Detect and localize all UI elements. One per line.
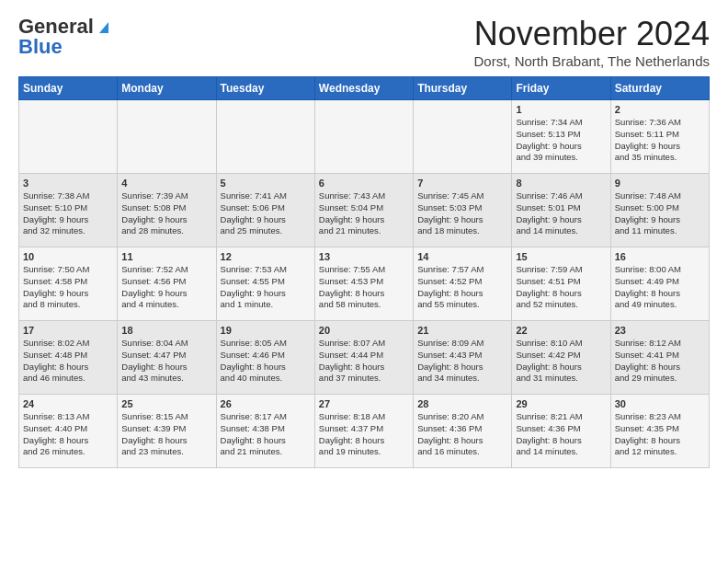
calendar-table: SundayMondayTuesdayWednesdayThursdayFrid…: [18, 76, 710, 468]
day-number: 2: [615, 104, 705, 115]
day-info: Sunrise: 7:55 AM Sunset: 4:53 PM Dayligh…: [319, 264, 409, 311]
day-number: 3: [23, 178, 113, 189]
title-section: November 2024 Dorst, North Brabant, The …: [473, 15, 710, 69]
weekday-header-wednesday: Wednesday: [314, 77, 413, 100]
day-info: Sunrise: 7:46 AM Sunset: 5:01 PM Dayligh…: [516, 190, 606, 237]
calendar-cell: 4Sunrise: 7:39 AM Sunset: 5:08 PM Daylig…: [118, 174, 216, 247]
day-info: Sunrise: 7:48 AM Sunset: 5:00 PM Dayligh…: [615, 190, 705, 237]
day-info: Sunrise: 7:45 AM Sunset: 5:03 PM Dayligh…: [417, 190, 507, 237]
calendar-cell: 3Sunrise: 7:38 AM Sunset: 5:10 PM Daylig…: [19, 174, 118, 247]
calendar-cell: 19Sunrise: 8:05 AM Sunset: 4:46 PM Dayli…: [216, 321, 314, 395]
calendar-cell: 15Sunrise: 7:59 AM Sunset: 4:51 PM Dayli…: [512, 247, 610, 321]
weekday-header-saturday: Saturday: [610, 77, 709, 100]
calendar-cell: 30Sunrise: 8:23 AM Sunset: 4:35 PM Dayli…: [610, 395, 709, 468]
weekday-header-thursday: Thursday: [414, 77, 512, 100]
calendar-cell: 13Sunrise: 7:55 AM Sunset: 4:53 PM Dayli…: [314, 247, 413, 321]
calendar-cell: 7Sunrise: 7:45 AM Sunset: 5:03 PM Daylig…: [414, 174, 512, 247]
day-number: 7: [417, 178, 507, 189]
calendar-cell: 22Sunrise: 8:10 AM Sunset: 4:42 PM Dayli…: [512, 321, 610, 395]
day-info: Sunrise: 7:57 AM Sunset: 4:52 PM Dayligh…: [417, 264, 507, 311]
calendar-week-row: 10Sunrise: 7:50 AM Sunset: 4:58 PM Dayli…: [19, 247, 710, 321]
day-info: Sunrise: 7:36 AM Sunset: 5:11 PM Dayligh…: [615, 117, 705, 164]
day-info: Sunrise: 8:00 AM Sunset: 4:49 PM Dayligh…: [615, 264, 705, 311]
day-number: 26: [221, 398, 311, 409]
day-info: Sunrise: 8:18 AM Sunset: 4:37 PM Dayligh…: [319, 411, 409, 458]
calendar-cell: 5Sunrise: 7:41 AM Sunset: 5:06 PM Daylig…: [216, 174, 314, 247]
day-info: Sunrise: 7:34 AM Sunset: 5:13 PM Dayligh…: [516, 117, 606, 164]
day-info: Sunrise: 7:59 AM Sunset: 4:51 PM Dayligh…: [516, 264, 606, 311]
weekday-header-tuesday: Tuesday: [216, 77, 314, 100]
calendar-cell: [118, 100, 216, 174]
day-info: Sunrise: 8:04 AM Sunset: 4:47 PM Dayligh…: [121, 338, 211, 385]
day-info: Sunrise: 8:02 AM Sunset: 4:48 PM Dayligh…: [23, 338, 113, 385]
day-number: 16: [615, 251, 705, 262]
day-number: 10: [23, 251, 113, 262]
day-info: Sunrise: 7:38 AM Sunset: 5:10 PM Dayligh…: [23, 190, 113, 237]
day-info: Sunrise: 8:13 AM Sunset: 4:40 PM Dayligh…: [23, 411, 113, 458]
day-info: Sunrise: 8:17 AM Sunset: 4:38 PM Dayligh…: [221, 411, 311, 458]
calendar-cell: 27Sunrise: 8:18 AM Sunset: 4:37 PM Dayli…: [314, 395, 413, 468]
svg-marker-0: [99, 22, 108, 33]
calendar-cell: 18Sunrise: 8:04 AM Sunset: 4:47 PM Dayli…: [118, 321, 216, 395]
day-number: 17: [23, 325, 113, 336]
day-number: 29: [516, 398, 606, 409]
day-info: Sunrise: 8:21 AM Sunset: 4:36 PM Dayligh…: [516, 411, 606, 458]
day-number: 15: [516, 251, 606, 262]
calendar-cell: [216, 100, 314, 174]
calendar-cell: 11Sunrise: 7:52 AM Sunset: 4:56 PM Dayli…: [118, 247, 216, 321]
day-info: Sunrise: 8:12 AM Sunset: 4:41 PM Dayligh…: [615, 338, 705, 385]
calendar-cell: 1Sunrise: 7:34 AM Sunset: 5:13 PM Daylig…: [512, 100, 610, 174]
day-info: Sunrise: 8:20 AM Sunset: 4:36 PM Dayligh…: [417, 411, 507, 458]
day-info: Sunrise: 7:53 AM Sunset: 4:55 PM Dayligh…: [221, 264, 311, 311]
day-number: 13: [319, 251, 409, 262]
calendar-week-row: 1Sunrise: 7:34 AM Sunset: 5:13 PM Daylig…: [19, 100, 710, 174]
day-info: Sunrise: 7:41 AM Sunset: 5:06 PM Dayligh…: [221, 190, 311, 237]
calendar-cell: [414, 100, 512, 174]
logo-blue-text: Blue: [18, 35, 63, 59]
calendar-cell: 29Sunrise: 8:21 AM Sunset: 4:36 PM Dayli…: [512, 395, 610, 468]
day-number: 21: [417, 325, 507, 336]
calendar-cell: 12Sunrise: 7:53 AM Sunset: 4:55 PM Dayli…: [216, 247, 314, 321]
calendar-cell: 23Sunrise: 8:12 AM Sunset: 4:41 PM Dayli…: [610, 321, 709, 395]
calendar-cell: 2Sunrise: 7:36 AM Sunset: 5:11 PM Daylig…: [610, 100, 709, 174]
location-subtitle: Dorst, North Brabant, The Netherlands: [473, 53, 710, 69]
calendar-cell: 8Sunrise: 7:46 AM Sunset: 5:01 PM Daylig…: [512, 174, 610, 247]
day-number: 4: [121, 178, 211, 189]
day-number: 14: [417, 251, 507, 262]
day-info: Sunrise: 8:15 AM Sunset: 4:39 PM Dayligh…: [121, 411, 211, 458]
weekday-header-row: SundayMondayTuesdayWednesdayThursdayFrid…: [19, 77, 710, 100]
calendar-cell: 10Sunrise: 7:50 AM Sunset: 4:58 PM Dayli…: [19, 247, 118, 321]
day-info: Sunrise: 8:10 AM Sunset: 4:42 PM Dayligh…: [516, 338, 606, 385]
day-number: 23: [615, 325, 705, 336]
logo: General Blue: [18, 15, 112, 59]
logo-icon: [96, 18, 112, 35]
calendar-cell: 6Sunrise: 7:43 AM Sunset: 5:04 PM Daylig…: [314, 174, 413, 247]
calendar-week-row: 17Sunrise: 8:02 AM Sunset: 4:48 PM Dayli…: [19, 321, 710, 395]
day-number: 28: [417, 398, 507, 409]
header: General Blue November 2024 Dorst, North …: [18, 15, 710, 69]
month-title: November 2024: [473, 15, 710, 53]
day-number: 18: [121, 325, 211, 336]
day-number: 11: [121, 251, 211, 262]
weekday-header-sunday: Sunday: [19, 77, 118, 100]
day-number: 30: [615, 398, 705, 409]
calendar-cell: 26Sunrise: 8:17 AM Sunset: 4:38 PM Dayli…: [216, 395, 314, 468]
day-number: 5: [221, 178, 311, 189]
day-number: 22: [516, 325, 606, 336]
day-number: 12: [221, 251, 311, 262]
weekday-header-friday: Friday: [512, 77, 610, 100]
calendar-week-row: 24Sunrise: 8:13 AM Sunset: 4:40 PM Dayli…: [19, 395, 710, 468]
weekday-header-monday: Monday: [118, 77, 216, 100]
day-number: 1: [516, 104, 606, 115]
calendar-cell: 14Sunrise: 7:57 AM Sunset: 4:52 PM Dayli…: [414, 247, 512, 321]
calendar-cell: 24Sunrise: 8:13 AM Sunset: 4:40 PM Dayli…: [19, 395, 118, 468]
calendar-week-row: 3Sunrise: 7:38 AM Sunset: 5:10 PM Daylig…: [19, 174, 710, 247]
day-info: Sunrise: 8:05 AM Sunset: 4:46 PM Dayligh…: [221, 338, 311, 385]
day-number: 19: [221, 325, 311, 336]
day-number: 27: [319, 398, 409, 409]
day-number: 6: [319, 178, 409, 189]
day-number: 25: [121, 398, 211, 409]
calendar-cell: 9Sunrise: 7:48 AM Sunset: 5:00 PM Daylig…: [610, 174, 709, 247]
day-info: Sunrise: 8:23 AM Sunset: 4:35 PM Dayligh…: [615, 411, 705, 458]
calendar-cell: [314, 100, 413, 174]
